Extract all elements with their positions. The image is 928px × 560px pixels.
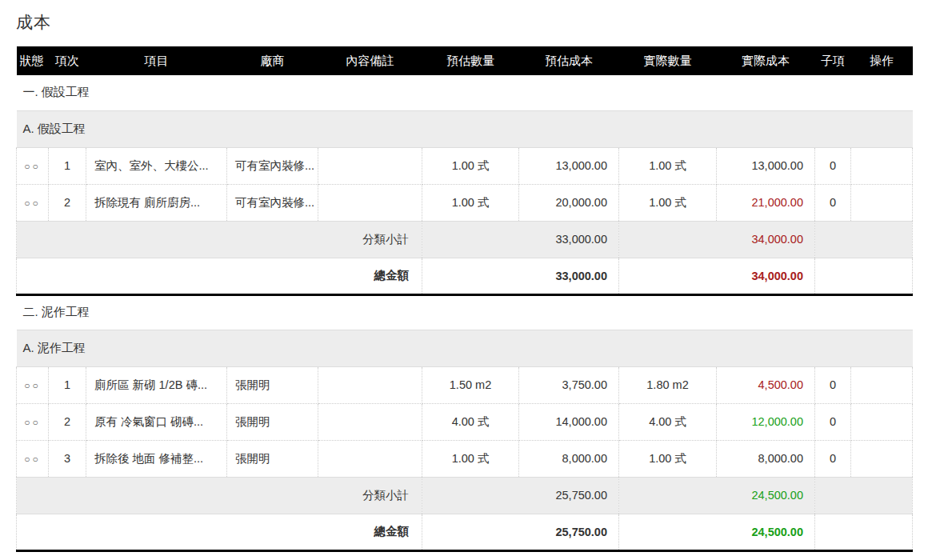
subtotal-act-cost: 34,000.00: [619, 221, 815, 258]
cell-subitems: 0: [815, 403, 851, 440]
cost-table: 狀態 項次 項目 廠商 內容備註 預估數量 預估成本 實際數量 實際成本 子項 …: [16, 46, 913, 552]
cost-row: ○○ 1 室內、室外、大樓公... 可有室內裝修... 1.00 式 13,00…: [17, 147, 913, 184]
cell-notes: [318, 147, 422, 184]
cell-notes: [318, 403, 422, 440]
total-empty: [815, 258, 913, 294]
cell-est-cost: 20,000.00: [519, 184, 619, 221]
cell-est-qty: 4.00 式: [422, 403, 519, 440]
cell-est-qty: 1.00 式: [422, 440, 519, 477]
cell-subitems: 0: [815, 147, 851, 184]
cell-actions: [851, 440, 913, 477]
header-row: 狀態 項次 項目 廠商 內容備註 預估數量 預估成本 實際數量 實際成本 子項 …: [17, 46, 913, 75]
cell-status: ○○: [17, 440, 49, 477]
total-row: 總金額 25,750.00 24,500.00: [17, 514, 913, 550]
category-row: A. 假設工程: [17, 110, 913, 147]
cell-item: 廁所區 新砌 1/2B 磚...: [86, 366, 227, 403]
total-act-cost: 24,500.00: [619, 514, 815, 550]
total-label: 總金額: [17, 514, 422, 550]
table-header: 狀態 項次 項目 廠商 內容備註 預估數量 預估成本 實際數量 實際成本 子項 …: [17, 46, 913, 75]
cell-item-no: 2: [49, 403, 86, 440]
cell-est-cost: 14,000.00: [519, 403, 619, 440]
col-header-act-qty: 實際數量: [619, 46, 717, 75]
cell-item-no: 1: [49, 366, 86, 403]
cell-status: ○○: [17, 184, 49, 221]
subtotal-act-cost: 24,500.00: [619, 477, 815, 514]
section-title-row: 二. 泥作工程: [17, 294, 913, 330]
cell-subitems: 0: [815, 440, 851, 477]
cost-row: ○○ 1 廁所區 新砌 1/2B 磚... 張開明 1.50 m2 3,750.…: [17, 366, 913, 403]
cell-vendor: 可有室內裝修...: [227, 184, 318, 221]
category-title: A. 泥作工程: [17, 330, 913, 366]
cell-notes: [318, 440, 422, 477]
cell-actions: [851, 403, 913, 440]
cell-vendor: 張開明: [227, 366, 318, 403]
status-icon[interactable]: ○○: [24, 380, 41, 391]
cell-subitems: 0: [815, 184, 851, 221]
cost-row: ○○ 3 拆除後 地面 修補整... 張開明 1.00 式 8,000.00 1…: [17, 440, 913, 477]
col-header-subitems: 子項: [815, 46, 851, 75]
status-icon[interactable]: ○○: [24, 417, 41, 428]
total-est-cost: 25,750.00: [422, 514, 619, 550]
cell-est-qty: 1.00 式: [422, 147, 519, 184]
cell-item-no: 3: [49, 440, 86, 477]
category-title: A. 假設工程: [17, 110, 913, 147]
section-title-row: 一. 假設工程: [17, 75, 913, 110]
cell-status: ○○: [17, 403, 49, 440]
cell-status: ○○: [17, 366, 49, 403]
col-header-item: 項目: [86, 46, 227, 75]
cell-act-qty: 1.00 式: [619, 147, 717, 184]
col-header-notes: 內容備註: [318, 46, 422, 75]
cell-item: 室內、室外、大樓公...: [86, 147, 227, 184]
subtotal-row: 分類小計 33,000.00 34,000.00: [17, 221, 913, 258]
category-row: A. 泥作工程: [17, 330, 913, 366]
cell-est-cost: 13,000.00: [519, 147, 619, 184]
cell-est-qty: 1.50 m2: [422, 366, 519, 403]
cell-item-no: 1: [49, 147, 86, 184]
cost-row: ○○ 2 原有 冷氣窗口 砌磚... 張開明 4.00 式 14,000.00 …: [17, 403, 913, 440]
cell-item: 拆除現有 廁所廚房...: [86, 184, 227, 221]
status-icon[interactable]: ○○: [24, 198, 41, 209]
cost-row: ○○ 2 拆除現有 廁所廚房... 可有室內裝修... 1.00 式 20,00…: [17, 184, 913, 221]
total-row: 總金額 33,000.00 34,000.00: [17, 258, 913, 294]
cell-status: ○○: [17, 147, 49, 184]
total-label: 總金額: [17, 258, 422, 294]
page-title: 成本: [16, 11, 912, 34]
cell-act-cost: 13,000.00: [717, 147, 815, 184]
status-icon[interactable]: ○○: [24, 161, 41, 172]
subtotal-est-cost: 25,750.00: [422, 477, 619, 514]
total-est-cost: 33,000.00: [422, 258, 619, 294]
col-header-est-qty: 預估數量: [422, 46, 519, 75]
col-header-item-no: 項次: [49, 46, 86, 75]
cell-est-qty: 1.00 式: [422, 184, 519, 221]
cell-act-cost: 21,000.00: [717, 184, 815, 221]
cost-page: 成本 狀態 項次 項目 廠商 內容備註 預估數量 預估成本 實際數量 實際成本 …: [0, 0, 928, 552]
cell-notes: [318, 366, 422, 403]
cell-actions: [851, 147, 913, 184]
subtotal-label: 分類小計: [17, 477, 422, 514]
subtotal-est-cost: 33,000.00: [422, 221, 619, 258]
cell-act-qty: 1.80 m2: [619, 366, 717, 403]
total-act-cost: 34,000.00: [619, 258, 815, 294]
section-title: 二. 泥作工程: [17, 294, 913, 330]
status-icon[interactable]: ○○: [24, 454, 41, 465]
cell-notes: [318, 184, 422, 221]
cell-subitems: 0: [815, 366, 851, 403]
cell-act-qty: 4.00 式: [619, 403, 717, 440]
cell-act-cost: 12,000.00: [717, 403, 815, 440]
subtotal-row: 分類小計 25,750.00 24,500.00: [17, 477, 913, 514]
cell-vendor: 可有室內裝修...: [227, 147, 318, 184]
cell-item-no: 2: [49, 184, 86, 221]
cell-est-cost: 8,000.00: [519, 440, 619, 477]
col-header-status: 狀態: [17, 46, 49, 75]
cell-item: 拆除後 地面 修補整...: [86, 440, 227, 477]
cell-vendor: 張開明: [227, 440, 318, 477]
total-empty: [815, 514, 913, 550]
col-header-actions: 操作: [851, 46, 913, 75]
cell-act-qty: 1.00 式: [619, 184, 717, 221]
subtotal-empty: [815, 477, 913, 514]
cell-actions: [851, 184, 913, 221]
col-header-vendor: 廠商: [227, 46, 318, 75]
col-header-act-cost: 實際成本: [717, 46, 815, 75]
subtotal-empty: [815, 221, 913, 258]
cell-act-cost: 4,500.00: [717, 366, 815, 403]
